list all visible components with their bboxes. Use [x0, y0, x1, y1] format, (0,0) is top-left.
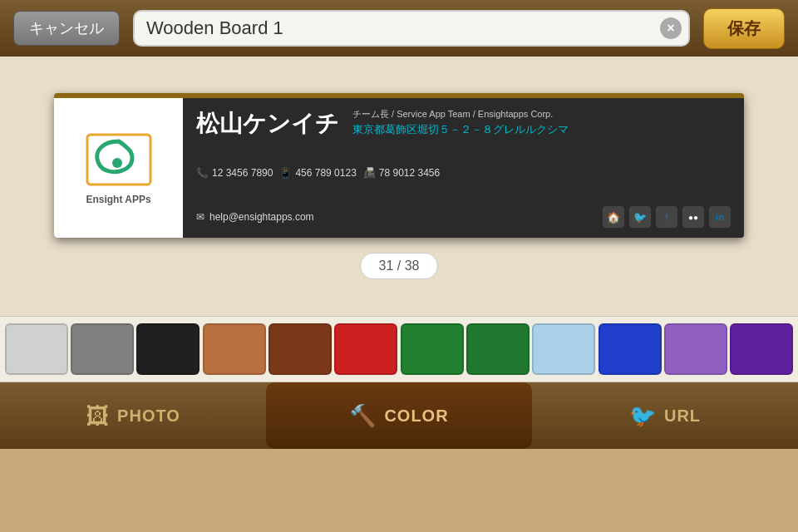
twitter-icon: 🐦 [629, 206, 651, 228]
mobile-item: 📱 456 789 0123 [279, 167, 356, 179]
email-icon: ✉ [196, 211, 204, 223]
color-swatch-green-dark[interactable] [401, 323, 464, 375]
home-icon: 🏠 [603, 206, 624, 228]
top-bar: キャンセル × 保存 [0, 0, 798, 57]
phone-item: 📞 12 3456 7890 [196, 167, 273, 179]
fax-number: 78 9012 3456 [379, 167, 440, 179]
svg-point-1 [112, 158, 122, 168]
card-title-line1: チーム長 / Service App Team / Ensightapps Co… [352, 108, 569, 121]
color-icon: 🔨 [349, 403, 376, 429]
fax-icon: 📠 [363, 167, 376, 179]
color-swatches [0, 316, 798, 382]
canvas-area: Ensight APPs 松山ケンイチ チーム長 / Service App T… [0, 57, 798, 316]
mobile-icon: 📱 [279, 167, 292, 179]
photo-icon: 🖼 [86, 402, 109, 430]
color-swatch-red[interactable] [334, 323, 397, 375]
card-logo: Ensight APPs [54, 98, 183, 238]
toolbar-label-photo: PHOTO [117, 406, 180, 426]
business-card: Ensight APPs 松山ケンイチ チーム長 / Service App T… [54, 93, 744, 238]
toolbar-item-photo[interactable]: 🖼PHOTO [0, 382, 266, 449]
color-swatch-purple-light[interactable] [664, 323, 727, 375]
title-input[interactable] [133, 10, 690, 47]
bottom-toolbar: 🖼PHOTO🔨COLOR🐦URL [0, 382, 798, 449]
color-swatch-black[interactable] [136, 323, 200, 375]
phone-icon: 📞 [196, 167, 209, 179]
clear-button[interactable]: × [660, 17, 682, 39]
card-bottom-row: ✉ help@ensightapps.com 🏠 🐦 f ●● in [196, 206, 731, 228]
page-indicator: 31 / 38 [360, 253, 439, 279]
card-contacts: 📞 12 3456 7890 📱 456 789 0123 📠 78 9012 … [196, 167, 731, 179]
color-swatch-brown-light[interactable] [203, 323, 266, 375]
logo-icon [81, 131, 156, 189]
email-address: help@ensightapps.com [209, 211, 314, 223]
phone-number: 12 3456 7890 [212, 167, 273, 179]
color-swatch-light-gray[interactable] [5, 323, 68, 375]
card-name: 松山ケンイチ [196, 108, 339, 140]
mobile-number: 456 789 0123 [295, 167, 356, 179]
color-swatch-blue[interactable] [598, 323, 662, 375]
linkedin-icon: in [709, 206, 731, 228]
save-button[interactable]: 保存 [703, 8, 785, 49]
company-name: Ensight APPs [86, 194, 150, 205]
color-swatch-light-blue[interactable] [532, 323, 595, 375]
pagination: 31 / 38 [360, 253, 439, 279]
card-title-block: チーム長 / Service App Team / Ensightapps Co… [352, 108, 569, 137]
toolbar-item-url[interactable]: 🐦URL [532, 382, 798, 449]
color-swatch-purple-dark[interactable] [730, 323, 793, 375]
card-email: ✉ help@ensightapps.com [196, 211, 314, 223]
color-swatch-brown-dark[interactable] [268, 323, 332, 375]
title-input-wrap: × [133, 10, 690, 47]
flickr-icon: ●● [682, 206, 704, 228]
cancel-button[interactable]: キャンセル [13, 11, 120, 46]
card-address: 東京都葛飾区堀切５－２－８グレルルクシマ [352, 122, 569, 137]
card-social: 🏠 🐦 f ●● in [603, 206, 731, 228]
url-icon: 🐦 [629, 403, 656, 429]
toolbar-item-color[interactable]: 🔨COLOR [266, 382, 532, 449]
toolbar-label-url: URL [664, 406, 701, 426]
fax-item: 📠 78 9012 3456 [363, 167, 440, 179]
color-swatch-green[interactable] [466, 323, 530, 375]
toolbar-label-color: COLOR [384, 406, 448, 426]
card-info: 松山ケンイチ チーム長 / Service App Team / Ensight… [183, 98, 744, 238]
facebook-icon: f [656, 206, 677, 228]
card-name-row: 松山ケンイチ チーム長 / Service App Team / Ensight… [196, 108, 731, 140]
color-swatch-gray[interactable] [71, 323, 134, 375]
